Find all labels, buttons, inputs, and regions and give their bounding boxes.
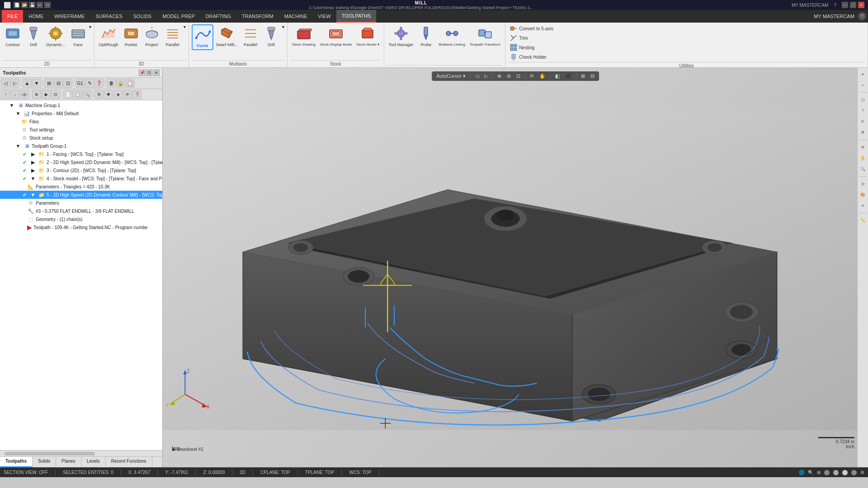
tree-item-machine-group[interactable]: ▼ 🖥 Machine Group-1 <box>0 101 162 109</box>
tree-item-properties[interactable]: ▼ 📊 Properties - Mill Default <box>0 109 162 117</box>
ribbon-tool-swarf[interactable]: Swarf Milli... <box>214 24 240 48</box>
pt2-settings-btn[interactable]: ⚙ <box>94 90 104 99</box>
vt-fwd[interactable]: ▷ <box>482 72 490 80</box>
save-btn[interactable]: 💾 <box>29 2 35 8</box>
menu-solids[interactable]: SOLIDS <box>128 10 157 23</box>
pt2-post-btn[interactable]: 📄 <box>63 90 72 99</box>
rt-minus[interactable]: − <box>859 80 868 89</box>
rt-right[interactable]: R <box>859 128 868 137</box>
vt-snap[interactable]: ⊞ <box>579 72 587 80</box>
ribbon-tool-stock-shading[interactable]: Stock Shading <box>290 24 317 48</box>
my-mastercam-label[interactable]: MY MASTERCAM <box>792 3 829 8</box>
ribbon-tool-convert-5axis[interactable]: Convert to 5-axis <box>508 24 865 33</box>
vt-grid[interactable]: ⊟ <box>589 72 596 80</box>
vt-minus[interactable]: ⊖ <box>505 72 513 80</box>
menu-wireframe[interactable]: WIREFRAME <box>49 10 90 23</box>
my-mastercam-menu[interactable]: MY MASTERCAM <box>814 14 854 19</box>
tree-item-tool-settings[interactable]: ⚙ Tool settings <box>0 126 162 134</box>
tree-item-toolpath-group[interactable]: ▼ 🖥 Toolpath Group-1 <box>0 142 162 150</box>
menu-drafting[interactable]: DRAFTING <box>200 10 236 23</box>
undo-btn[interactable]: ↩ <box>37 2 43 8</box>
pt2-compare-btn[interactable]: ✱ <box>104 90 113 99</box>
pt-collapse-btn[interactable]: ▼ <box>32 79 41 88</box>
scroll-thumb[interactable] <box>5 452 95 455</box>
rt-pan2[interactable]: ✋ <box>859 154 868 163</box>
pt2-up-btn[interactable]: ↑ <box>1 90 10 99</box>
vt-wire[interactable]: ⬛ <box>563 72 573 80</box>
ribbon-tool-pocket[interactable]: Pocket <box>121 24 141 48</box>
pt2-down-btn[interactable]: ↓ <box>10 90 19 99</box>
ribbon-tool-nesting[interactable]: Nesting <box>508 43 865 52</box>
menu-transform[interactable]: TRANSFORM <box>236 10 279 23</box>
tree-item-op5[interactable]: ✔ ▼ 📁 5 - 2D High Speed (2D Dynamic Cont… <box>0 191 162 199</box>
pt2-verify-btn[interactable]: ⊡ <box>51 90 60 99</box>
viewsheet-value[interactable]: Viewsheet #1 <box>176 447 203 452</box>
ribbon-tool-parallel-multi[interactable]: Parallel <box>241 24 260 48</box>
pt-regen-all-btn[interactable]: ❓ <box>94 79 104 88</box>
rt-measure[interactable]: 📏 <box>859 216 868 225</box>
vt-rotate[interactable]: ⟳ <box>528 72 536 80</box>
ribbon-tool-optirough[interactable]: OptiRough <box>97 24 120 48</box>
pt-expand-btn[interactable]: ▲ <box>23 79 32 88</box>
rt-layers[interactable]: ≡ <box>859 201 868 210</box>
rt-zoom[interactable]: 🔍 <box>859 164 868 174</box>
vt-pan[interactable]: ✋ <box>538 72 547 80</box>
rt-isometric[interactable]: ⬡ <box>859 95 868 104</box>
ribbon-tool-probe[interactable]: Probe <box>416 24 436 48</box>
help-btn[interactable]: ? <box>834 3 836 8</box>
ribbon-tool-curve[interactable]: Curve <box>192 24 213 50</box>
pt-forward-btn[interactable]: ▷ <box>10 79 19 88</box>
pt2-help-btn[interactable]: ❓ <box>132 90 142 99</box>
panel-pin-btn[interactable]: 📌 <box>139 70 145 76</box>
panel-close-btn[interactable]: ✕ <box>153 70 160 76</box>
vt-shade[interactable]: ◧ <box>553 72 561 80</box>
menu-home[interactable]: HOME <box>23 10 49 23</box>
panel-tab-recent[interactable]: Recent Functions <box>106 457 152 467</box>
tree-item-op1[interactable]: ✔ ▶ 📁 1 - Facing - [WCS: Top] - [Tplane:… <box>0 150 162 158</box>
panel-float-btn[interactable]: ⊡ <box>146 70 152 76</box>
pt-back-btn[interactable]: ◁ <box>1 79 10 88</box>
ribbon-tool-multiaxis-linking[interactable]: Multiaxis Linking <box>437 24 467 48</box>
open-btn[interactable]: 📂 <box>21 2 28 8</box>
menu-view[interactable]: VIEW <box>313 10 336 23</box>
close-btn[interactable]: ✕ <box>858 2 864 8</box>
ribbon-tool-drill-multi[interactable]: Drill <box>261 24 281 48</box>
pt2-search-btn[interactable]: 🔍 <box>82 90 91 99</box>
rt-orbit[interactable]: ⟳ <box>859 143 868 152</box>
ribbon-tool-toolpath-transform[interactable]: Toolpath Transform <box>468 24 502 48</box>
panel-tab-solids[interactable]: Solids <box>33 457 56 467</box>
ribbon-tool-contour[interactable]: Contour <box>3 24 23 48</box>
tree-item-stock-setup[interactable]: ⚙ Stock setup <box>0 134 162 142</box>
pt-toggle-btn[interactable]: ⊡ <box>63 79 72 88</box>
rt-top[interactable]: ⊤ <box>859 106 868 115</box>
ribbon-tool-dynamic[interactable]: Dynamic... <box>44 24 67 48</box>
ribbon-tool-project[interactable]: Project <box>142 24 162 48</box>
pt-copy-btn[interactable]: 📋 <box>126 79 135 88</box>
status-grid-icon[interactable]: ⊞ <box>817 470 821 475</box>
pt2-simulate-btn[interactable]: ▶ <box>42 90 51 99</box>
pt-select-all-btn[interactable]: ⊞ <box>44 79 53 88</box>
pt-regen-dirty-btn[interactable]: ✎ <box>85 79 94 88</box>
status-zoom-icon[interactable]: 🔍 <box>808 470 813 475</box>
tree-item-op5-toolpath[interactable]: ▶ Toolpath - 109.4K - Getting Started.NC… <box>0 223 162 231</box>
ribbon-tool-stock-display[interactable]: Stock Display Mode <box>318 24 354 48</box>
ribbon-tool-trim[interactable]: Trim <box>508 34 865 42</box>
panel-scrollbar[interactable] <box>0 450 162 456</box>
ribbon-tool-check-holder[interactable]: Check Holder <box>508 53 865 61</box>
panel-tab-levels[interactable]: Levels <box>81 457 106 467</box>
rt-front[interactable]: F <box>859 117 868 126</box>
help-menu-btn[interactable]: ? <box>858 12 866 20</box>
vt-autocursor[interactable]: AutoCursor ▾ <box>434 72 467 80</box>
pt-deselect-btn[interactable]: ⊟ <box>54 79 63 88</box>
tree-item-op5-params[interactable]: ⚙ Parameters <box>0 199 162 207</box>
3d-more-btn[interactable]: ▾ <box>184 24 186 37</box>
ribbon-tool-face[interactable]: Face <box>68 24 88 48</box>
panel-tab-planes[interactable]: Planes <box>56 457 81 467</box>
panel-tab-toolpaths[interactable]: Toolpaths <box>0 457 33 467</box>
new-btn[interactable]: 📄 <box>14 2 20 8</box>
rt-color[interactable]: 🎨 <box>859 190 868 199</box>
ribbon-tool-tool-manager[interactable]: Tool Manager <box>387 24 415 48</box>
tree-item-op4[interactable]: ✔ ▼ 📁 4 - Stock model - [WCS: Top] - [Tp… <box>0 174 162 183</box>
tree-item-op3[interactable]: ✔ ▶ 📁 3 - Contour (2D) - [WCS: Top] - [T… <box>0 166 162 174</box>
menu-toolpaths[interactable]: TOOLPATHS <box>336 10 377 23</box>
